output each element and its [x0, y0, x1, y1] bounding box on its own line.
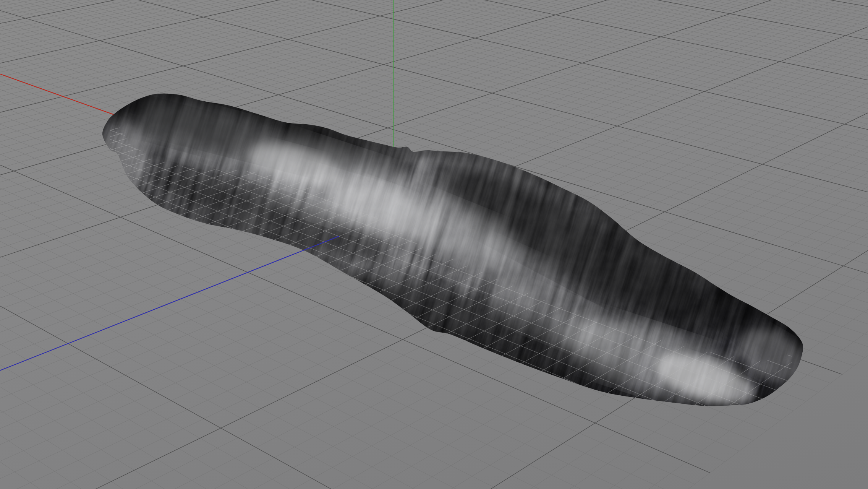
viewport-3d[interactable] [0, 0, 868, 489]
z-axis-foreground [0, 236, 339, 377]
z-axis-line [0, 236, 339, 377]
scene-canvas [0, 0, 868, 489]
